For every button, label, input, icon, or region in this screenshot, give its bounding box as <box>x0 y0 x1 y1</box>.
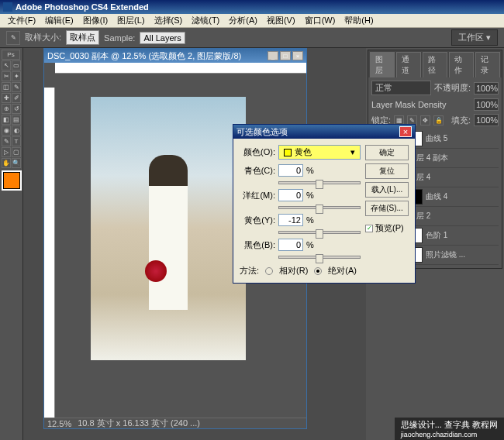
yellow-slider[interactable] <box>278 231 361 234</box>
menu-image[interactable]: 图像(I) <box>78 15 112 26</box>
wand-tool[interactable]: ✦ <box>12 71 21 81</box>
menu-layer[interactable]: 图层(L) <box>112 15 149 26</box>
dialog-title: 可选颜色选项 <box>236 126 288 138</box>
workarea-button[interactable]: 工作区 ▾ <box>451 29 498 46</box>
load-button[interactable]: 载入(L)... <box>365 182 409 198</box>
ruler-vertical[interactable] <box>44 88 55 418</box>
fill-label: 填充: <box>451 115 471 126</box>
sample-size-label: 取样大小: <box>25 32 61 43</box>
fill-input[interactable]: 100% <box>474 114 499 126</box>
sample-label: Sample: <box>104 33 135 43</box>
dialog-close-button[interactable]: × <box>399 126 412 137</box>
lasso-tool[interactable]: ✂ <box>2 71 11 81</box>
text-tool[interactable]: T <box>12 136 21 146</box>
tab-actions[interactable]: 动作 <box>449 52 474 77</box>
ok-button[interactable]: 确定 <box>365 145 409 160</box>
blend-mode-select[interactable]: 正常 <box>371 81 431 95</box>
gradient-tool[interactable]: ▤ <box>12 115 21 125</box>
method-absolute-radio[interactable] <box>314 267 322 275</box>
sample-select[interactable]: All Layers <box>140 32 185 44</box>
ps-logo-icon[interactable]: Ps <box>2 50 20 60</box>
watermark: 思缘设计... 查字典 教程网 jiaocheng.chazidian.com <box>395 418 504 440</box>
magenta-slider[interactable] <box>278 206 361 209</box>
magenta-input[interactable]: 0 <box>278 189 303 201</box>
menu-window[interactable]: 窗口(W) <box>300 15 340 26</box>
app-title: Adobe Photoshop CS4 Extended <box>16 2 501 12</box>
black-label: 黑色(B): <box>240 239 275 251</box>
menu-file[interactable]: 文件(F) <box>3 15 40 26</box>
document-dims: 10.8 英寸 x 16.133 英寸 (240 ...) <box>78 418 200 429</box>
cyan-label: 青色(C): <box>240 165 275 177</box>
zoom-tool[interactable]: 🔍 <box>12 158 21 168</box>
mask-density-label: Layer Mask Density <box>371 100 471 109</box>
cyan-input[interactable]: 0 <box>278 164 303 177</box>
yellow-label: 黄色(Y): <box>240 215 275 226</box>
move-tool[interactable]: ↖ <box>2 60 11 70</box>
ruler-horizontal[interactable] <box>55 63 306 74</box>
panel-tabs: 图层 通道 路径 动作 记录 <box>368 50 502 77</box>
canvas-image[interactable] <box>91 97 246 360</box>
sample-size-select[interactable]: 取样点 <box>66 30 99 45</box>
eyedropper-icon[interactable]: ✎ <box>6 31 20 45</box>
eraser-tool[interactable]: ◧ <box>2 115 11 125</box>
black-input[interactable]: 0 <box>278 239 303 251</box>
menu-edit[interactable]: 编辑(E) <box>40 15 78 26</box>
color-label: 颜色(O): <box>240 146 275 158</box>
opacity-input[interactable]: 100% <box>474 82 499 95</box>
lock-all-icon[interactable]: 🔒 <box>433 115 444 125</box>
menu-select[interactable]: 选择(S) <box>150 15 188 26</box>
history-brush-tool[interactable]: ↺ <box>12 104 21 114</box>
shape-tool[interactable]: ▢ <box>12 147 21 157</box>
yellow-input[interactable]: -12 <box>278 214 303 226</box>
heal-tool[interactable]: ✚ <box>2 93 11 103</box>
selective-color-dialog: 可选颜色选项 × 颜色(O): 黄色▾ 青色(C):0% 洋红(M):0% 黄色… <box>233 124 416 284</box>
layer-name: 曲线 5 <box>426 133 447 144</box>
tab-paths[interactable]: 路径 <box>423 52 447 77</box>
brush-tool[interactable]: ✐ <box>12 93 21 103</box>
foreground-color-swatch[interactable] <box>3 172 20 189</box>
app-icon <box>3 2 12 12</box>
chevron-down-icon: ▾ <box>350 147 355 157</box>
method-relative-radio[interactable] <box>265 267 273 275</box>
magenta-label: 洋红(M): <box>240 190 275 201</box>
black-slider[interactable] <box>278 256 361 259</box>
menu-view[interactable]: 视图(V) <box>262 15 300 26</box>
opacity-label: 不透明度: <box>434 82 471 94</box>
zoom-level[interactable]: 12.5% <box>47 419 71 428</box>
pen-tool[interactable]: ✎ <box>2 136 11 146</box>
method-relative-label: 相对(R) <box>279 265 308 277</box>
menubar: 文件(F) 编辑(E) 图像(I) 图层(L) 选择(S) 滤镜(T) 分析(A… <box>0 14 504 28</box>
dialog-controls: 颜色(O): 黄色▾ 青色(C):0% 洋红(M):0% 黄色(Y):-12% … <box>240 145 361 277</box>
path-tool[interactable]: ▷ <box>2 147 11 157</box>
marquee-tool[interactable]: ▭ <box>12 60 21 70</box>
menu-filter[interactable]: 滤镜(T) <box>187 15 224 26</box>
menu-analysis[interactable]: 分析(A) <box>224 15 262 26</box>
lock-position-icon[interactable]: ✥ <box>420 115 430 125</box>
stamp-tool[interactable]: ⊕ <box>2 104 11 114</box>
menu-help[interactable]: 帮助(H) <box>340 15 378 26</box>
crop-tool[interactable]: ◫ <box>2 82 11 92</box>
mask-density-input[interactable]: 100% <box>474 98 499 111</box>
method-label: 方法: <box>240 265 259 277</box>
document-title: DSC_0030 副本 @ 12.5% (选取颜色 2, 图层蒙版/8) <box>47 50 241 62</box>
close-button[interactable]: × <box>292 51 303 60</box>
cyan-slider[interactable] <box>278 181 361 184</box>
blur-tool[interactable]: ◉ <box>2 125 11 136</box>
reset-button[interactable]: 复位 <box>365 163 409 179</box>
eyedropper-tool[interactable]: ✎ <box>12 82 21 92</box>
hand-tool[interactable]: ✋ <box>2 158 11 168</box>
dodge-tool[interactable]: ◐ <box>12 125 21 136</box>
minimize-button[interactable]: _ <box>268 51 278 60</box>
maximize-button[interactable]: □ <box>280 51 291 60</box>
tab-history[interactable]: 记录 <box>475 52 500 77</box>
color-select[interactable]: 黄色▾ <box>278 145 361 160</box>
preview-checkbox[interactable]: ✓ <box>365 225 373 232</box>
dialog-titlebar[interactable]: 可选颜色选项 × <box>233 125 415 139</box>
save-button[interactable]: 存储(S)... <box>365 201 409 216</box>
layer-name: 曲线 4 <box>426 191 447 202</box>
options-bar: ✎ 取样大小: 取样点 Sample: All Layers 工作区 ▾ <box>0 28 504 48</box>
tab-layers[interactable]: 图层 <box>370 52 395 77</box>
document-titlebar[interactable]: DSC_0030 副本 @ 12.5% (选取颜色 2, 图层蒙版/8) _ □… <box>44 49 306 63</box>
dialog-buttons: 确定 复位 载入(L)... 存储(S)... ✓ 预览(P) <box>365 145 409 277</box>
tab-channels[interactable]: 通道 <box>396 52 421 77</box>
